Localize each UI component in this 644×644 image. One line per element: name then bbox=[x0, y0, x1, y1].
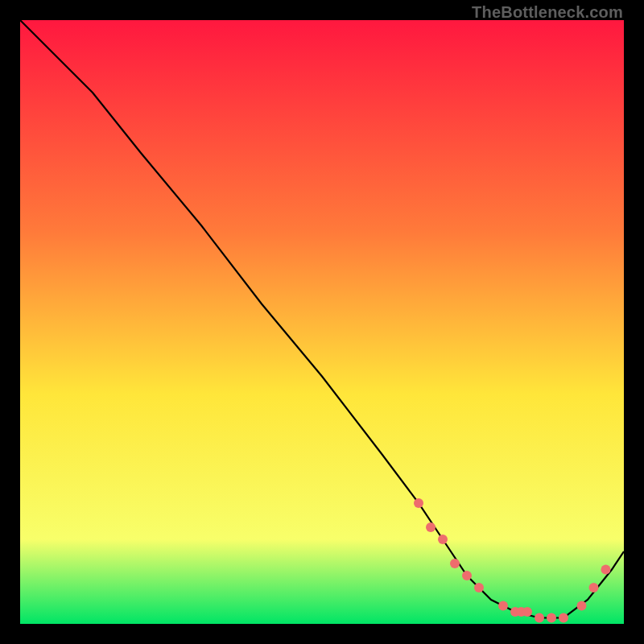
gradient-background bbox=[20, 20, 624, 624]
marker-point bbox=[426, 522, 436, 532]
marker-point bbox=[474, 583, 484, 592]
chart-svg bbox=[20, 20, 624, 624]
marker-point bbox=[547, 613, 556, 623]
watermark-text: TheBottleneck.com bbox=[472, 3, 623, 22]
marker-point bbox=[438, 535, 448, 544]
marker-point bbox=[522, 607, 532, 617]
marker-point bbox=[601, 565, 611, 575]
marker-point bbox=[535, 613, 544, 623]
marker-point bbox=[589, 583, 599, 592]
marker-point bbox=[462, 571, 472, 580]
marker-point bbox=[559, 613, 568, 623]
marker-point bbox=[414, 498, 423, 508]
marker-point bbox=[450, 559, 460, 568]
chart-frame: TheBottleneck.com bbox=[0, 0, 644, 644]
marker-point bbox=[498, 601, 508, 611]
marker-point bbox=[577, 601, 587, 611]
plot-area bbox=[20, 20, 624, 624]
